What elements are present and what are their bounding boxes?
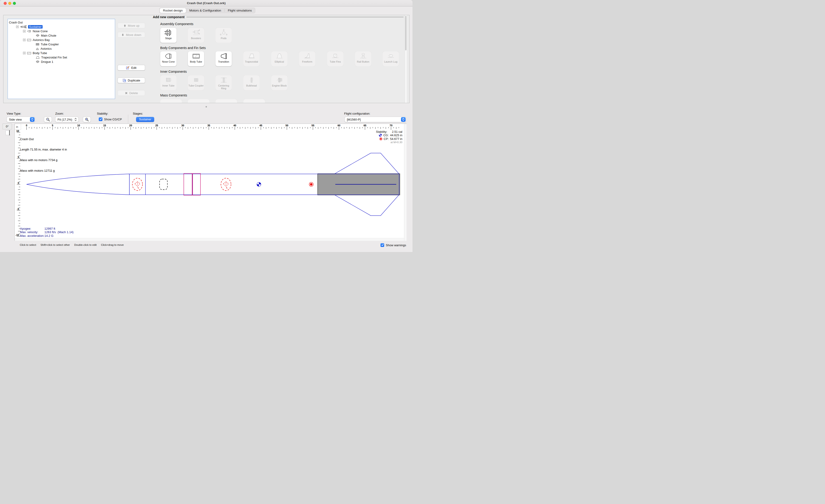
rocket-figure[interactable] [26, 153, 400, 216]
component-button-tube-fins: Tube Fins [327, 51, 344, 66]
tree-item-body-tube[interactable]: Body Tube [33, 51, 47, 55]
show-cgcp-label: Show CG/CP [104, 117, 122, 121]
rocket-drawing[interactable]: in 0510152025303540455055606570 1050-5-1… [15, 124, 407, 241]
tree-row-tube-coupler[interactable]: Tube Coupler [8, 42, 115, 47]
zoom-out-button[interactable] [44, 117, 52, 122]
rocket-name: Crash Out [20, 138, 67, 141]
tube-coupler-outline[interactable] [193, 174, 201, 195]
svg-text:10: 10 [77, 124, 80, 127]
rocket-dimensions: Length 71.55 in, max. diameter 4 in [20, 148, 67, 151]
zoom-level-select[interactable]: Fit (17.2%) [55, 117, 78, 122]
component-button-label: Tube Coupler [188, 84, 204, 87]
edit-label: Edit [131, 66, 136, 70]
chevron-up-down-icon [75, 118, 78, 121]
tab-flight-simulations[interactable]: Flight simulations [225, 8, 255, 13]
tree-item-avionics-bay[interactable]: Avionics Bay [33, 38, 50, 41]
drogue-chute-marker[interactable] [221, 178, 231, 190]
component-button-label: Elliptical [275, 60, 284, 63]
tree-item-nose-cone[interactable]: Nose Cone [33, 29, 48, 33]
pods-icon [220, 29, 228, 36]
pane-splitter-handle[interactable] [206, 106, 207, 107]
component-button-rail-button: Rail Button [355, 51, 371, 66]
collapse-icon[interactable] [23, 30, 25, 32]
top-ruler-labels: 0510152025303540455055606570 [26, 124, 392, 127]
component-button-bulkhead: Bulkhead [243, 75, 260, 90]
stability-value-label: Stability: [376, 130, 387, 134]
component-button-label: Freeform [302, 60, 312, 63]
tree-item-drogue-1[interactable]: Drogue 1 [41, 60, 53, 64]
tree-row-root[interactable]: Crash Out [8, 20, 115, 25]
rocket-mass-empty: Mass with no motors 7734 g [20, 158, 67, 162]
component-panel-scrollbar[interactable] [405, 15, 407, 103]
view-type-label: View Type: [7, 112, 21, 115]
tree-item-main-chute[interactable]: Main Chute [41, 34, 56, 37]
tube-coupler-outline[interactable] [184, 174, 192, 195]
stage-toggle-sustainer[interactable]: Sustainer [136, 117, 154, 122]
rocket-icon [20, 25, 26, 28]
edit-button[interactable]: Edit [118, 65, 145, 70]
chevron-up-down-icon [401, 117, 405, 122]
rotation-slider[interactable] [5, 131, 11, 135]
component-button-stage[interactable]: Stage [160, 28, 176, 43]
tree-row-trapezoidal-fin-set[interactable]: Trapezoidal Fin Set [8, 55, 115, 60]
view-type-select[interactable]: Side view [7, 117, 35, 122]
tree-row-avionics[interactable]: Avionics [8, 47, 115, 51]
tree-row-nose-cone[interactable]: Nose Cone [8, 29, 115, 33]
rotation-slider-handle[interactable] [9, 130, 10, 135]
flight-config-select[interactable]: [M1560-P] [345, 117, 406, 122]
tab-motors-configuration[interactable]: Motors & Configuration [186, 8, 224, 13]
component-button-label: Nose Cone [162, 60, 175, 63]
section-body-components: Body Components and Fin Sets [160, 46, 206, 50]
tree-item-tube-coupler[interactable]: Tube Coupler [41, 43, 59, 46]
tree-row-drogue[interactable]: Drogue 1 [8, 60, 115, 64]
mass-component-button-partial[interactable] [188, 99, 210, 103]
checkbox-checked-icon[interactable] [380, 243, 384, 247]
boosters-icon [192, 29, 200, 36]
tree-item-trapezoidal-fin-set[interactable]: Trapezoidal Fin Set [41, 56, 67, 59]
svg-text:65: 65 [364, 124, 366, 127]
cp-value: 54.677 in [390, 137, 402, 141]
avionics-mass-marker[interactable] [159, 179, 167, 190]
component-button-label: Rail Button [357, 60, 369, 63]
component-button-transition[interactable]: Transition [216, 51, 232, 66]
stability-label: Stability: [97, 112, 108, 115]
tree-item-sustainer[interactable]: Sustainer [28, 25, 43, 28]
mass-component-button-partial[interactable] [216, 99, 237, 103]
tree-row-avionics-bay[interactable]: Avionics Bay [8, 38, 115, 42]
body-tube-icon [27, 39, 31, 41]
mass-component-button-partial[interactable] [243, 99, 265, 103]
collapse-icon[interactable] [16, 25, 19, 28]
tree-item-avionics[interactable]: Avionics [41, 47, 52, 51]
tree-row-main-chute[interactable]: Main Chute [8, 33, 115, 38]
mass-component-button-partial[interactable] [160, 99, 182, 103]
rocket-mass-motors: Mass with motors 12711 g [20, 169, 67, 172]
transition-icon [220, 53, 228, 60]
zoom-in-button[interactable] [83, 117, 91, 122]
tree-row-sustainer[interactable]: Sustainer [8, 25, 115, 29]
tree-row-body-tube[interactable]: Body Tube [8, 51, 115, 55]
main-chute-marker[interactable] [132, 178, 143, 190]
collapse-icon[interactable] [23, 52, 25, 54]
tab-rocket-design[interactable]: Rocket design [160, 8, 186, 13]
top-ruler [26, 127, 399, 130]
flight-config-label: Flight configuration: [344, 112, 370, 115]
fin-lower[interactable] [334, 195, 399, 216]
show-cgcp-control[interactable]: Show CG/CP [99, 117, 122, 121]
rocket-canvas[interactable]: in 0510152025303540455055606570 1050-5-1… [14, 123, 406, 241]
component-button-pods: Pods [216, 28, 232, 43]
bulkhead-icon [248, 77, 255, 84]
cp-label: CP: [384, 137, 389, 141]
component-button-nose-cone[interactable]: Nose Cone [160, 51, 176, 66]
canvas-horizontal-scrollbar[interactable] [15, 238, 404, 241]
checkbox-checked-icon[interactable] [99, 117, 102, 121]
show-warnings-control[interactable]: Show warnings [380, 243, 406, 247]
component-button-body-tube[interactable]: Body Tube [188, 51, 204, 66]
zoom-label: Zoom: [55, 112, 64, 115]
duplicate-button[interactable]: Duplicate [118, 78, 145, 83]
collapse-icon[interactable] [23, 39, 25, 41]
canvas-vertical-scrollbar[interactable] [404, 124, 407, 241]
svg-text:30: 30 [181, 124, 184, 127]
section-mass-components: Mass Components [160, 93, 187, 97]
component-tree[interactable]: Crash Out Sustainer Nose Cone Main Chute… [8, 19, 115, 99]
fin-upper[interactable] [334, 153, 399, 174]
